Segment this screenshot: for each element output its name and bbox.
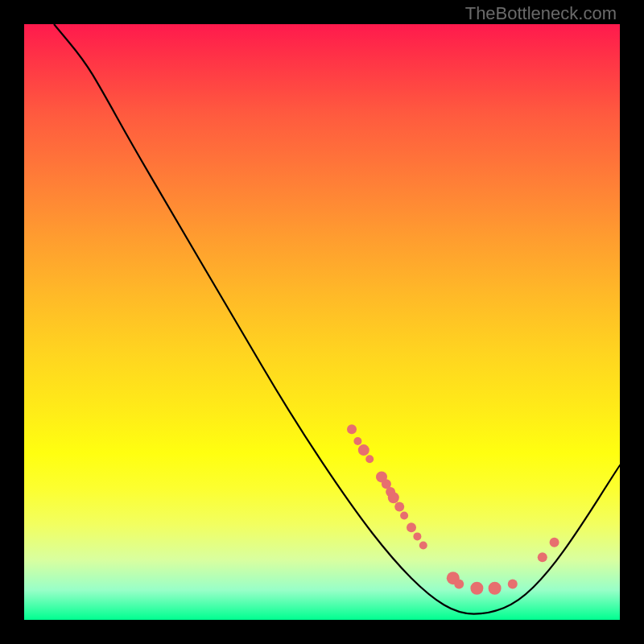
scatter-point <box>365 455 374 463</box>
scatter-point <box>550 538 559 547</box>
scatter-point <box>394 502 404 511</box>
scatter-point <box>508 580 518 589</box>
scatter-point <box>347 424 357 434</box>
chart-plot-area <box>24 24 620 620</box>
bottleneck-curve <box>54 24 620 614</box>
scatter-points <box>347 424 559 595</box>
scatter-point <box>419 542 427 550</box>
scatter-point <box>413 532 421 540</box>
scatter-point <box>388 492 399 503</box>
scatter-point <box>407 522 416 532</box>
chart-svg <box>24 24 620 620</box>
scatter-point <box>489 582 502 595</box>
scatter-point <box>358 444 369 456</box>
scatter-point <box>538 552 547 562</box>
scatter-point <box>400 512 408 520</box>
watermark-text: TheBottleneck.com <box>465 3 617 24</box>
scatter-point <box>454 580 464 589</box>
scatter-point <box>353 437 361 445</box>
scatter-point <box>470 582 483 595</box>
